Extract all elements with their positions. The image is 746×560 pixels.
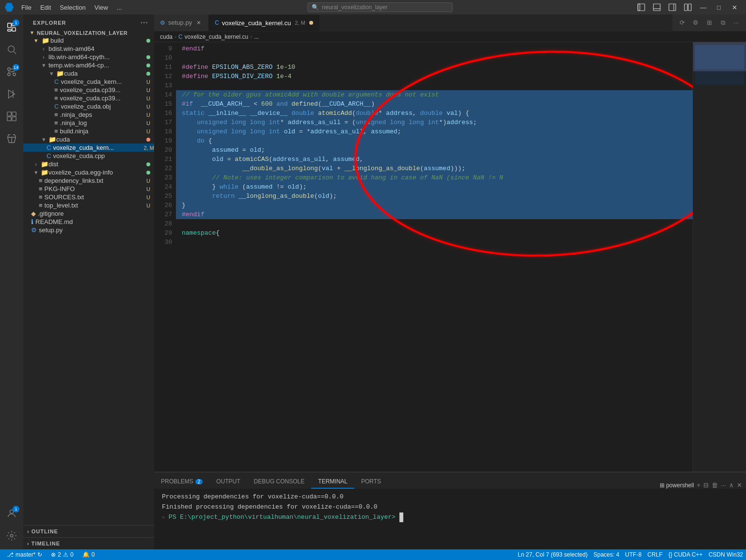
layout-btn[interactable]: ⊞: [703, 17, 715, 29]
breadcrumb-cuda[interactable]: cuda: [160, 33, 173, 40]
status-branch[interactable]: ⎇ master* ↻: [4, 549, 45, 560]
sidebar-item-lib[interactable]: › lib.win-amd64-cpyth...: [23, 53, 154, 61]
sidebar-item-dep-links[interactable]: ≡ dependency_links.txt U: [23, 176, 154, 185]
status-eol[interactable]: CRLF: [645, 549, 666, 560]
panel-add-btn[interactable]: +: [697, 481, 701, 489]
sidebar-item-temp[interactable]: ▾ temp.win-amd64-cp...: [23, 61, 154, 69]
tab-setup-py[interactable]: ⚙ setup.py ✕: [154, 15, 209, 31]
code-line: #define EPSILON_DIV_ZERO 1e-4: [176, 72, 693, 81]
sidebar-item-egg-info[interactable]: ▾ 📁 voxelize_cuda.egg-info: [23, 168, 154, 176]
sidebar-item-voxcuda-cp1[interactable]: ≡ voxelize_cuda.cp39... U: [23, 86, 154, 94]
minimize-btn[interactable]: —: [697, 2, 710, 13]
panel-more-btn[interactable]: ···: [721, 481, 726, 489]
sidebar-item-cuda1[interactable]: ▾ 📁 cuda: [23, 69, 154, 78]
breadcrumb-filename[interactable]: voxelize_cuda_kernel.cu: [185, 33, 248, 40]
status-errors[interactable]: ⊗ 2 ⚠ 0: [48, 549, 76, 560]
file-cu-icon: C: [215, 19, 219, 26]
folder-icon: 📁: [48, 136, 56, 143]
explorer-icon[interactable]: 1: [1, 16, 22, 38]
tab-close-btn[interactable]: ✕: [195, 19, 203, 27]
sidebar-item-voxcuda-kern-active[interactable]: C voxelize_cuda_kern... 2, M: [23, 144, 154, 152]
sidebar-item-root[interactable]: ▾ NEURAL_VOXELIZATION_LAYER: [23, 29, 154, 36]
sidebar-item-voxcuda-cpp[interactable]: C voxelize_cuda.cpp: [23, 152, 154, 160]
account-icon[interactable]: 1: [1, 503, 22, 524]
code-line-selected: unsigned long long int* address_as_ull =…: [176, 118, 693, 127]
sidebar-item-bdist[interactable]: › bdist.win-amd64: [23, 45, 154, 53]
sidebar-item-build[interactable]: ▾ 📁 build: [23, 36, 154, 45]
status-bar: ⎇ master* ↻ ⊗ 2 ⚠ 0 🔔 0 Ln 27, Col 7 (69…: [0, 549, 746, 560]
status-left: ⎇ master* ↻ ⊗ 2 ⚠ 0 🔔 0: [0, 549, 101, 560]
folder-icon: 📁: [41, 37, 50, 44]
sidebar-item-dist[interactable]: › 📁 dist: [23, 160, 154, 168]
sidebar-item-setup-py[interactable]: ⚙ setup.py: [23, 226, 154, 234]
more-btn[interactable]: ···: [730, 17, 742, 29]
timeline-header[interactable]: › TIMELINE: [23, 540, 154, 547]
titlebar-menu: File Edit Selection View ...: [17, 3, 126, 12]
panel-trash-btn[interactable]: 🗑: [712, 481, 718, 489]
status-language[interactable]: {} CUDA C++: [666, 549, 706, 560]
sidebar-item-ninja-log[interactable]: ≡ .ninja_log U: [23, 119, 154, 127]
sync-btn[interactable]: ⟳: [676, 17, 688, 29]
menu-file[interactable]: File: [17, 3, 35, 12]
sidebar-item-ninja-deps[interactable]: ≡ .ninja_deps U: [23, 111, 154, 119]
panel-tab-output[interactable]: OUTPUT: [209, 475, 247, 489]
chevron-down-icon: ▾: [27, 30, 37, 36]
info-icon: ℹ: [31, 218, 33, 225]
source-control-icon[interactable]: 14: [1, 61, 22, 82]
search-box[interactable]: 🔍 neural_voxelization_layer: [307, 2, 453, 12]
sidebar-item-voxcuda-cp2[interactable]: ≡ voxelize_cuda.cp39... U: [23, 94, 154, 102]
file-cu-icon: C: [54, 78, 59, 85]
status-spaces[interactable]: Spaces: 4: [590, 549, 622, 560]
panel-tab-terminal[interactable]: TERMINAL: [311, 475, 354, 489]
tab-voxelize-cu[interactable]: C voxelize_cuda_kernel.cu 2, M: [209, 15, 319, 31]
status-platform[interactable]: CSDN Win32: [706, 549, 746, 560]
sidebar-item-voxcuda-kern1[interactable]: C voxelize_cuda_kern... U: [23, 78, 154, 86]
sidebar-item-pkg-info[interactable]: ≡ PKG-INFO U: [23, 185, 154, 193]
sidebar-item-top-level[interactable]: ≡ top_level.txt U: [23, 201, 154, 209]
sidebar-item-sources[interactable]: ≡ SOURCES.txt U: [23, 193, 154, 201]
tab-bar: ⚙ setup.py ✕ C voxelize_cuda_kernel.cu 2…: [154, 15, 746, 32]
chevron-right-icon: ›: [31, 160, 41, 168]
code-content[interactable]: #endif #define EPSILON_ABS_ZERO 1e-10 #d…: [176, 42, 693, 472]
run-debug-icon[interactable]: [1, 83, 22, 105]
menu-edit[interactable]: Edit: [36, 3, 55, 12]
test-icon[interactable]: [1, 128, 22, 149]
panel-split-btn[interactable]: ⊟: [703, 481, 709, 489]
outline-header[interactable]: › OUTLINE: [23, 528, 154, 535]
file-py-icon: ⚙: [31, 226, 37, 234]
status-dot: [146, 171, 150, 175]
breadcrumb-c-icon[interactable]: C: [178, 33, 183, 40]
split-editor-btn[interactable]: [681, 2, 695, 13]
split-btn[interactable]: ⧉: [717, 17, 729, 29]
sidebar-item-readme[interactable]: ℹ README.md: [23, 218, 154, 226]
panel-close-btn[interactable]: ✕: [737, 481, 742, 489]
panel-up-btn[interactable]: ∧: [729, 481, 734, 489]
sidebar-item-voxcuda-obj[interactable]: C voxelize_cuda.obj U: [23, 102, 154, 111]
menu-view[interactable]: View: [91, 3, 112, 12]
panel-tab-ports[interactable]: PORTS: [354, 475, 388, 489]
maximize-btn[interactable]: □: [712, 2, 726, 13]
sidebar-item-cuda2[interactable]: ▾ 📁 cuda: [23, 135, 154, 144]
menu-selection[interactable]: Selection: [56, 3, 89, 12]
panel-tab-problems[interactable]: PROBLEMS2: [154, 475, 209, 489]
sidebar-item-build-ninja[interactable]: ≡ build.ninja U: [23, 127, 154, 135]
menu-more[interactable]: ...: [113, 3, 126, 12]
tab-label: voxelize_cuda_kernel.cu: [222, 19, 291, 27]
code-line: [176, 219, 693, 228]
settings-btn[interactable]: ⚙: [690, 17, 701, 29]
breadcrumb-more[interactable]: ...: [254, 33, 259, 40]
extensions-icon[interactable]: [1, 106, 22, 127]
status-encoding[interactable]: UTF-8: [622, 549, 645, 560]
close-btn[interactable]: ✕: [728, 2, 741, 13]
search-activity-icon[interactable]: [1, 39, 22, 60]
sidebar-more-btn[interactable]: ···: [141, 18, 148, 27]
settings-icon[interactable]: [1, 525, 22, 546]
panel-tab-debug-console[interactable]: DEBUG CONSOLE: [247, 475, 312, 489]
toggle-panel-btn[interactable]: [650, 2, 664, 13]
sidebar-item-gitignore[interactable]: ◆ .gitignore: [23, 209, 154, 218]
file-icon: ≡: [54, 86, 58, 94]
status-cursor[interactable]: Ln 27, Col 7 (693 selected): [515, 549, 590, 560]
toggle-sidebar-btn[interactable]: [635, 2, 648, 13]
status-bell[interactable]: 🔔 0: [79, 549, 98, 560]
toggle-right-panel-btn[interactable]: [666, 2, 679, 13]
